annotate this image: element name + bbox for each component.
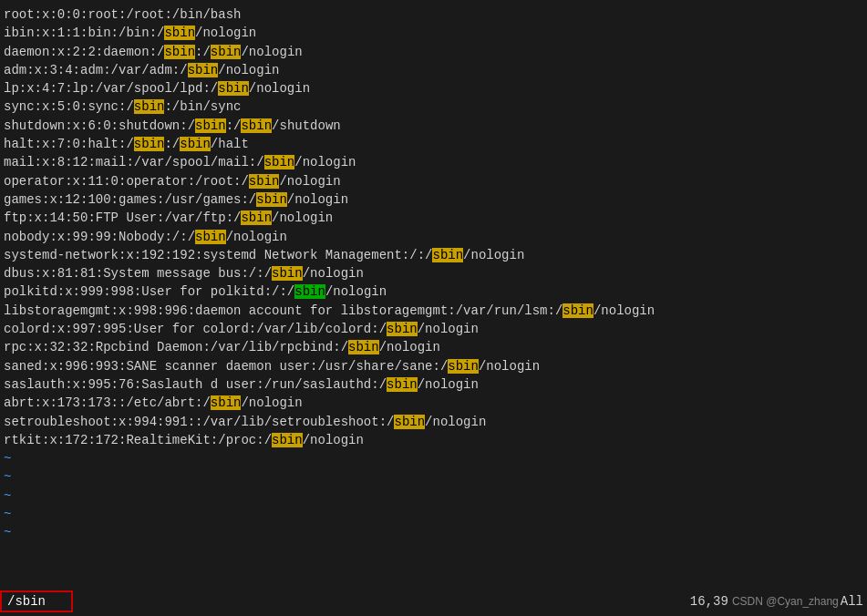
- terminal-line: systemd-network:x:192:192:systemd Networ…: [4, 246, 863, 264]
- terminal-line: halt:x:7:0:halt:/sbin:/sbin/halt: [4, 135, 863, 153]
- terminal-line: ibin:x:1:1:bin:/bin:/sbin/nologin: [4, 24, 863, 42]
- terminal-line: saned:x:996:993:SANE scanner daemon user…: [4, 357, 863, 375]
- terminal-line: rpc:x:32:32:Rpcbind Daemon:/var/lib/rpcb…: [4, 338, 863, 356]
- terminal-line: abrt:x:173:173::/etc/abrt:/sbin/nologin: [4, 394, 863, 412]
- terminal: root:x:0:0:root:/root:/bin/bashibin:x:1:…: [0, 0, 867, 616]
- terminal-line: root:x:0:0:root:/root:/bin/bash: [4, 5, 863, 24]
- terminal-line: libstoragemgmt:x:998:996:daemon account …: [4, 302, 863, 320]
- terminal-line: operator:x:11:0:operator:/root:/sbin/nol…: [4, 172, 863, 190]
- all-label: All: [841, 594, 867, 609]
- terminal-line: shutdown:x:6:0:shutdown:/sbin:/sbin/shut…: [4, 117, 863, 135]
- terminal-line: ~: [4, 449, 863, 467]
- terminal-line: ~: [4, 523, 863, 541]
- watermark: CSDN @Cyan_zhang: [732, 595, 841, 608]
- terminal-line: rtkit:x:172:172:RealtimeKit:/proc:/sbin/…: [4, 431, 863, 449]
- terminal-line: ~: [4, 487, 863, 505]
- position-info: 16,39: [690, 594, 732, 609]
- status-bar: /sbin 16,39 CSDN @Cyan_zhang All: [0, 587, 867, 616]
- terminal-line: polkitd:x:999:998:User for polkitd:/:/sb…: [4, 282, 863, 301]
- terminal-line: lp:x:4:7:lp:/var/spool/lpd:/sbin/nologin: [4, 79, 863, 98]
- terminal-line: games:x:12:100:games:/usr/games:/sbin/no…: [4, 190, 863, 209]
- terminal-content: root:x:0:0:root:/root:/bin/bashibin:x:1:…: [4, 5, 863, 542]
- terminal-line: sync:x:5:0:sync:/sbin:/bin/sync: [4, 98, 863, 116]
- terminal-line: colord:x:997:995:User for colord:/var/li…: [4, 320, 863, 338]
- terminal-line: mail:x:8:12:mail:/var/spool/mail:/sbin/n…: [4, 153, 863, 171]
- terminal-line: setroubleshoot:x:994:991::/var/lib/setro…: [4, 413, 863, 431]
- terminal-line: adm:x:3:4:adm:/var/adm:/sbin/nologin: [4, 61, 863, 79]
- terminal-line: ~: [4, 467, 863, 486]
- terminal-line: daemon:x:2:2:daemon:/sbin:/sbin/nologin: [4, 43, 863, 61]
- terminal-line: ~: [4, 505, 863, 523]
- terminal-line: nobody:x:99:99:Nobody:/:/sbin/nologin: [4, 228, 863, 246]
- terminal-line: dbus:x:81:81:System message bus:/:/sbin/…: [4, 264, 863, 282]
- terminal-line: saslauth:x:995:76:Saslauth d user:/run/s…: [4, 375, 863, 394]
- search-box[interactable]: /sbin: [0, 590, 73, 612]
- terminal-line: ftp:x:14:50:FTP User:/var/ftp:/sbin/nolo…: [4, 209, 863, 227]
